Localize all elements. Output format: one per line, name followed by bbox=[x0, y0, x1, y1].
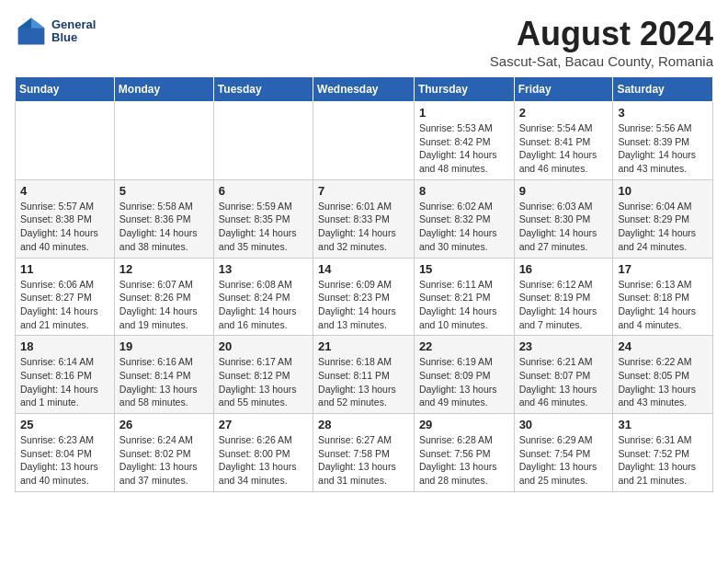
day-number: 8 bbox=[419, 184, 509, 198]
calendar-cell: 17Sunrise: 6:13 AM Sunset: 8:18 PM Dayli… bbox=[613, 258, 713, 336]
logo: General Blue bbox=[15, 15, 96, 48]
page-title: August 2024 bbox=[490, 15, 713, 53]
header-tuesday: Tuesday bbox=[213, 77, 313, 102]
day-number: 29 bbox=[419, 418, 509, 431]
day-number: 24 bbox=[618, 339, 708, 353]
day-info: Sunrise: 6:16 AM Sunset: 8:14 PM Dayligh… bbox=[119, 355, 209, 409]
calendar-cell bbox=[16, 102, 115, 180]
day-info: Sunrise: 5:53 AM Sunset: 8:42 PM Dayligh… bbox=[419, 121, 509, 176]
calendar-cell: 25Sunrise: 6:23 AM Sunset: 8:04 PM Dayli… bbox=[16, 414, 115, 492]
day-info: Sunrise: 6:24 AM Sunset: 8:02 PM Dayligh… bbox=[119, 433, 209, 488]
calendar-cell: 19Sunrise: 6:16 AM Sunset: 8:14 PM Dayli… bbox=[114, 336, 213, 414]
calendar-cell: 27Sunrise: 6:26 AM Sunset: 8:00 PM Dayli… bbox=[213, 414, 313, 492]
calendar-week-row: 11Sunrise: 6:06 AM Sunset: 8:27 PM Dayli… bbox=[16, 258, 713, 336]
calendar-cell: 31Sunrise: 6:31 AM Sunset: 7:52 PM Dayli… bbox=[613, 414, 713, 492]
day-info: Sunrise: 5:58 AM Sunset: 8:36 PM Dayligh… bbox=[119, 200, 209, 254]
calendar-cell: 6Sunrise: 5:59 AM Sunset: 8:35 PM Daylig… bbox=[213, 179, 313, 258]
day-number: 7 bbox=[318, 184, 409, 198]
calendar-cell: 29Sunrise: 6:28 AM Sunset: 7:56 PM Dayli… bbox=[414, 414, 514, 492]
day-info: Sunrise: 6:09 AM Sunset: 8:23 PM Dayligh… bbox=[318, 278, 409, 332]
day-number: 10 bbox=[618, 184, 708, 198]
day-number: 28 bbox=[318, 418, 409, 431]
day-info: Sunrise: 6:27 AM Sunset: 7:58 PM Dayligh… bbox=[318, 433, 409, 488]
calendar-cell: 14Sunrise: 6:09 AM Sunset: 8:23 PM Dayli… bbox=[313, 258, 415, 336]
day-info: Sunrise: 6:14 AM Sunset: 8:16 PM Dayligh… bbox=[20, 355, 109, 409]
day-info: Sunrise: 5:54 AM Sunset: 8:41 PM Dayligh… bbox=[519, 121, 609, 176]
day-number: 17 bbox=[618, 262, 708, 276]
day-number: 31 bbox=[618, 418, 708, 431]
day-number: 18 bbox=[20, 339, 109, 353]
header-sunday: Sunday bbox=[16, 77, 115, 102]
title-block: August 2024 Sascut-Sat, Bacau County, Ro… bbox=[490, 15, 713, 69]
header-monday: Monday bbox=[114, 77, 213, 102]
calendar-cell bbox=[114, 102, 213, 180]
day-info: Sunrise: 6:31 AM Sunset: 7:52 PM Dayligh… bbox=[618, 433, 708, 488]
day-number: 9 bbox=[519, 184, 609, 198]
calendar-cell: 22Sunrise: 6:19 AM Sunset: 8:09 PM Dayli… bbox=[414, 336, 514, 414]
calendar-cell: 4Sunrise: 5:57 AM Sunset: 8:38 PM Daylig… bbox=[16, 179, 115, 258]
calendar-cell: 23Sunrise: 6:21 AM Sunset: 8:07 PM Dayli… bbox=[514, 336, 613, 414]
calendar-cell: 11Sunrise: 6:06 AM Sunset: 8:27 PM Dayli… bbox=[16, 258, 115, 336]
day-info: Sunrise: 6:21 AM Sunset: 8:07 PM Dayligh… bbox=[519, 355, 609, 409]
day-number: 5 bbox=[119, 184, 209, 198]
day-number: 21 bbox=[318, 339, 409, 353]
logo-line2: Blue bbox=[51, 31, 96, 44]
day-info: Sunrise: 6:26 AM Sunset: 8:00 PM Dayligh… bbox=[219, 433, 308, 488]
calendar-cell: 13Sunrise: 6:08 AM Sunset: 8:24 PM Dayli… bbox=[213, 258, 313, 336]
calendar-cell: 3Sunrise: 5:56 AM Sunset: 8:39 PM Daylig… bbox=[613, 102, 713, 180]
day-number: 6 bbox=[219, 184, 308, 198]
day-info: Sunrise: 5:59 AM Sunset: 8:35 PM Dayligh… bbox=[219, 200, 308, 254]
logo-text: General Blue bbox=[51, 18, 96, 45]
day-info: Sunrise: 6:28 AM Sunset: 7:56 PM Dayligh… bbox=[419, 433, 509, 488]
header-wednesday: Wednesday bbox=[313, 77, 415, 102]
svg-marker-1 bbox=[31, 18, 44, 29]
day-number: 27 bbox=[219, 418, 308, 431]
day-info: Sunrise: 6:29 AM Sunset: 7:54 PM Dayligh… bbox=[519, 433, 609, 488]
day-number: 11 bbox=[20, 262, 109, 276]
day-number: 14 bbox=[318, 262, 409, 276]
day-number: 23 bbox=[519, 339, 609, 353]
day-number: 25 bbox=[20, 418, 109, 431]
calendar-cell: 16Sunrise: 6:12 AM Sunset: 8:19 PM Dayli… bbox=[514, 258, 613, 336]
day-info: Sunrise: 5:56 AM Sunset: 8:39 PM Dayligh… bbox=[618, 121, 708, 176]
day-info: Sunrise: 6:23 AM Sunset: 8:04 PM Dayligh… bbox=[20, 433, 109, 488]
calendar-cell: 5Sunrise: 5:58 AM Sunset: 8:36 PM Daylig… bbox=[114, 179, 213, 258]
calendar-cell: 24Sunrise: 6:22 AM Sunset: 8:05 PM Dayli… bbox=[613, 336, 713, 414]
calendar-cell: 21Sunrise: 6:18 AM Sunset: 8:11 PM Dayli… bbox=[313, 336, 415, 414]
calendar-cell: 7Sunrise: 6:01 AM Sunset: 8:33 PM Daylig… bbox=[313, 179, 415, 258]
day-info: Sunrise: 6:19 AM Sunset: 8:09 PM Dayligh… bbox=[419, 355, 509, 409]
day-number: 2 bbox=[519, 106, 609, 120]
day-info: Sunrise: 6:01 AM Sunset: 8:33 PM Dayligh… bbox=[318, 200, 409, 254]
day-number: 13 bbox=[219, 262, 308, 276]
day-info: Sunrise: 6:18 AM Sunset: 8:11 PM Dayligh… bbox=[318, 355, 409, 409]
calendar-cell: 18Sunrise: 6:14 AM Sunset: 8:16 PM Dayli… bbox=[16, 336, 115, 414]
calendar-cell: 20Sunrise: 6:17 AM Sunset: 8:12 PM Dayli… bbox=[213, 336, 313, 414]
day-info: Sunrise: 6:11 AM Sunset: 8:21 PM Dayligh… bbox=[419, 278, 509, 332]
calendar-cell: 26Sunrise: 6:24 AM Sunset: 8:02 PM Dayli… bbox=[114, 414, 213, 492]
calendar-cell: 15Sunrise: 6:11 AM Sunset: 8:21 PM Dayli… bbox=[414, 258, 514, 336]
day-number: 22 bbox=[419, 339, 509, 353]
calendar-week-row: 18Sunrise: 6:14 AM Sunset: 8:16 PM Dayli… bbox=[16, 336, 713, 414]
calendar-cell: 8Sunrise: 6:02 AM Sunset: 8:32 PM Daylig… bbox=[414, 179, 514, 258]
calendar-cell: 1Sunrise: 5:53 AM Sunset: 8:42 PM Daylig… bbox=[414, 102, 514, 180]
day-info: Sunrise: 6:13 AM Sunset: 8:18 PM Dayligh… bbox=[618, 278, 708, 332]
day-info: Sunrise: 5:57 AM Sunset: 8:38 PM Dayligh… bbox=[20, 200, 109, 254]
day-info: Sunrise: 6:08 AM Sunset: 8:24 PM Dayligh… bbox=[219, 278, 308, 332]
day-number: 15 bbox=[419, 262, 509, 276]
calendar-table: SundayMondayTuesdayWednesdayThursdayFrid… bbox=[15, 76, 713, 492]
svg-marker-2 bbox=[18, 18, 31, 29]
day-info: Sunrise: 6:04 AM Sunset: 8:29 PM Dayligh… bbox=[618, 200, 708, 254]
calendar-cell bbox=[213, 102, 313, 180]
calendar-week-row: 4Sunrise: 5:57 AM Sunset: 8:38 PM Daylig… bbox=[16, 179, 713, 258]
calendar-header-row: SundayMondayTuesdayWednesdayThursdayFrid… bbox=[16, 77, 713, 102]
calendar-cell: 30Sunrise: 6:29 AM Sunset: 7:54 PM Dayli… bbox=[514, 414, 613, 492]
header-thursday: Thursday bbox=[414, 77, 514, 102]
calendar-week-row: 1Sunrise: 5:53 AM Sunset: 8:42 PM Daylig… bbox=[16, 102, 713, 180]
day-number: 1 bbox=[419, 106, 509, 120]
calendar-cell: 9Sunrise: 6:03 AM Sunset: 8:30 PM Daylig… bbox=[514, 179, 613, 258]
header-friday: Friday bbox=[514, 77, 613, 102]
calendar-week-row: 25Sunrise: 6:23 AM Sunset: 8:04 PM Dayli… bbox=[16, 414, 713, 492]
calendar-cell: 2Sunrise: 5:54 AM Sunset: 8:41 PM Daylig… bbox=[514, 102, 613, 180]
day-number: 16 bbox=[519, 262, 609, 276]
day-info: Sunrise: 6:17 AM Sunset: 8:12 PM Dayligh… bbox=[219, 355, 308, 409]
